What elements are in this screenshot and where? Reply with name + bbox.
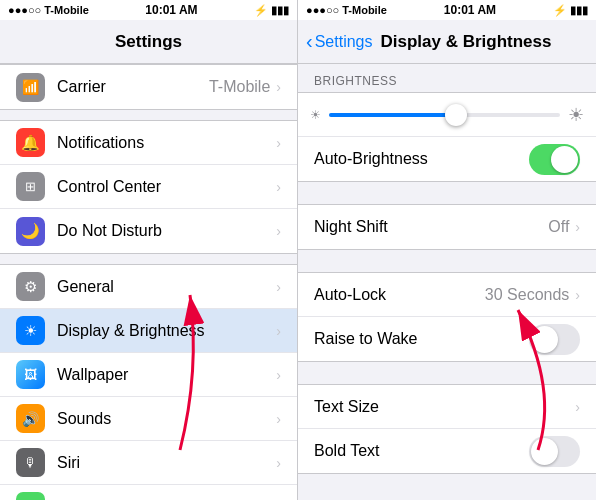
right-row-raise-to-wake[interactable]: Raise to Wake: [298, 317, 596, 361]
control-center-icon: ⊞: [16, 172, 45, 201]
raise-to-wake-knob: [531, 326, 558, 353]
display-icon: ☀: [16, 316, 45, 345]
settings-row-control-center[interactable]: ⊞ Control Center ›: [0, 165, 297, 209]
left-status-icons: ⚡ ▮▮▮: [254, 4, 289, 17]
back-label: Settings: [315, 33, 373, 51]
right-battery-icon: ▮▮▮: [570, 4, 588, 17]
brightness-slider-track[interactable]: [329, 113, 560, 117]
right-signal-dots: ●●●○○: [306, 4, 339, 16]
settings-row-wallpaper[interactable]: 🖼 Wallpaper ›: [0, 353, 297, 397]
text-size-chevron: ›: [575, 399, 580, 415]
night-shift-chevron: ›: [575, 219, 580, 235]
sounds-chevron: ›: [276, 411, 281, 427]
brightness-slider-thumb[interactable]: [445, 104, 467, 126]
auto-lock-chevron: ›: [575, 287, 580, 303]
bold-text-toggle[interactable]: [529, 436, 580, 467]
display-zoom-header: DISPLAY ZOOM: [298, 496, 596, 500]
right-status-carrier: ●●●○○ T-Mobile: [306, 4, 387, 16]
left-status-carrier: ●●●○○ T-Mobile: [8, 4, 89, 16]
auto-brightness-label: Auto-Brightness: [314, 150, 529, 168]
notifications-chevron: ›: [276, 135, 281, 151]
back-chevron-icon: ‹: [306, 30, 313, 53]
right-status-time: 10:01 AM: [444, 3, 496, 17]
auto-brightness-toggle[interactable]: [529, 144, 580, 175]
right-panel-wrapper: ●●●○○ T-Mobile 10:01 AM ⚡ ▮▮▮ ‹ Settings…: [298, 0, 596, 500]
auto-lock-label: Auto-Lock: [314, 286, 485, 304]
settings-list[interactable]: 📶 Carrier T-Mobile › 🔔 Notifications › ⊞: [0, 64, 297, 500]
settings-row-touchid[interactable]: 🔒 Touch ID & Passcode ›: [0, 485, 297, 500]
right-row-auto-brightness[interactable]: Auto-Brightness: [298, 137, 596, 181]
siri-icon: 🎙: [16, 448, 45, 477]
text-size-label: Text Size: [314, 398, 575, 416]
bold-text-knob: [531, 438, 558, 465]
general-label: General: [57, 278, 276, 296]
do-not-disturb-icon: 🌙: [16, 217, 45, 246]
carrier-label: T-Mobile: [44, 4, 89, 16]
bluetooth-icon: ⚡: [254, 4, 268, 17]
text-group: Text Size › Bold Text: [298, 384, 596, 474]
left-nav-header: Settings: [0, 20, 297, 64]
right-status-bar: ●●●○○ T-Mobile 10:01 AM ⚡ ▮▮▮: [298, 0, 596, 20]
siri-chevron: ›: [276, 455, 281, 471]
carrier-label: Carrier: [57, 78, 209, 96]
carrier-value: T-Mobile: [209, 78, 270, 96]
do-not-disturb-chevron: ›: [276, 223, 281, 239]
settings-row-notifications[interactable]: 🔔 Notifications ›: [0, 121, 297, 165]
auto-brightness-knob: [551, 146, 578, 173]
signal-dots: ●●●○○: [8, 4, 41, 16]
control-center-label: Control Center: [57, 178, 276, 196]
right-status-icons: ⚡ ▮▮▮: [553, 4, 588, 17]
settings-row-siri[interactable]: 🎙 Siri ›: [0, 441, 297, 485]
settings-row-sounds[interactable]: 🔊 Sounds ›: [0, 397, 297, 441]
carrier-icon: 📶: [16, 73, 45, 102]
general-icon: ⚙: [16, 272, 45, 301]
left-status-bar: ●●●○○ T-Mobile 10:01 AM ⚡ ▮▮▮: [0, 0, 297, 20]
notifications-icon: 🔔: [16, 128, 45, 157]
brightness-slider-row[interactable]: ☀ ☀: [298, 93, 596, 137]
settings-group-general: ⚙ General › ☀ Display & Brightness › 🖼 W…: [0, 264, 297, 500]
back-button[interactable]: ‹ Settings: [306, 30, 372, 53]
left-nav-title: Settings: [115, 32, 182, 52]
brightness-high-icon: ☀: [568, 104, 584, 126]
lock-wake-group: Auto-Lock 30 Seconds › Raise to Wake: [298, 272, 596, 362]
right-nav-header: ‹ Settings Display & Brightness: [298, 20, 596, 64]
right-bluetooth-icon: ⚡: [553, 4, 567, 17]
night-shift-label: Night Shift: [314, 218, 548, 236]
right-row-auto-lock[interactable]: Auto-Lock 30 Seconds ›: [298, 273, 596, 317]
carrier-chevron: ›: [276, 79, 281, 95]
left-panel: ●●●○○ T-Mobile 10:01 AM ⚡ ▮▮▮ Settings 📶…: [0, 0, 298, 500]
sounds-icon: 🔊: [16, 404, 45, 433]
do-not-disturb-label: Do Not Disturb: [57, 222, 276, 240]
display-label: Display & Brightness: [57, 322, 276, 340]
settings-row-carrier[interactable]: 📶 Carrier T-Mobile ›: [0, 65, 297, 109]
brightness-group: ☀ ☀ Auto-Brightness: [298, 92, 596, 182]
wallpaper-icon: 🖼: [16, 360, 45, 389]
general-chevron: ›: [276, 279, 281, 295]
settings-group-top: 📶 Carrier T-Mobile ›: [0, 64, 297, 110]
raise-to-wake-label: Raise to Wake: [314, 330, 529, 348]
right-row-text-size[interactable]: Text Size ›: [298, 385, 596, 429]
brightness-section-header: BRIGHTNESS: [298, 64, 596, 92]
wallpaper-label: Wallpaper: [57, 366, 276, 384]
touchid-icon: 🔒: [16, 492, 45, 500]
display-chevron: ›: [276, 323, 281, 339]
brightness-slider-fill: [329, 113, 456, 117]
settings-group-notifications: 🔔 Notifications › ⊞ Control Center › 🌙 D…: [0, 120, 297, 254]
control-center-chevron: ›: [276, 179, 281, 195]
right-row-night-shift[interactable]: Night Shift Off ›: [298, 205, 596, 249]
siri-label: Siri: [57, 454, 276, 472]
battery-icon: ▮▮▮: [271, 4, 289, 17]
night-shift-value: Off: [548, 218, 569, 236]
right-panel: ●●●○○ T-Mobile 10:01 AM ⚡ ▮▮▮ ‹ Settings…: [298, 0, 596, 500]
notifications-label: Notifications: [57, 134, 276, 152]
settings-row-display[interactable]: ☀ Display & Brightness ›: [0, 309, 297, 353]
right-row-bold-text[interactable]: Bold Text: [298, 429, 596, 473]
settings-row-do-not-disturb[interactable]: 🌙 Do Not Disturb ›: [0, 209, 297, 253]
right-content: BRIGHTNESS ☀ ☀ Auto-Brightness: [298, 64, 596, 500]
sounds-label: Sounds: [57, 410, 276, 428]
raise-to-wake-toggle[interactable]: [529, 324, 580, 355]
night-shift-group: Night Shift Off ›: [298, 204, 596, 250]
right-carrier-label: T-Mobile: [342, 4, 387, 16]
settings-row-general[interactable]: ⚙ General ›: [0, 265, 297, 309]
brightness-low-icon: ☀: [310, 108, 321, 122]
